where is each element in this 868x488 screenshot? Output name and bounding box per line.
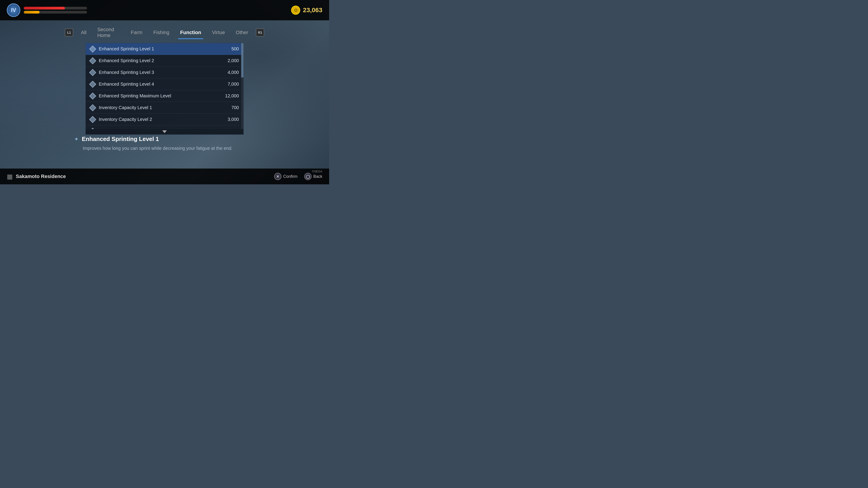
list-item-left: Inventory Capacity Level 2	[90, 117, 152, 122]
item-name: Enhanced Sprinting Level 3	[99, 70, 154, 75]
tab-farm[interactable]: Farm	[125, 28, 148, 37]
health-bars	[24, 7, 87, 13]
level-text: IV	[11, 7, 16, 13]
item-icon	[89, 128, 96, 129]
item-name: Enhanced Sprinting Maximum Level	[99, 93, 171, 98]
scroll-indicator-down	[86, 129, 243, 134]
main-panel: Enhanced Sprinting Level 1 500 Enhanced …	[86, 43, 244, 135]
confirm-label: Confirm	[283, 174, 298, 179]
tab-virtue-label: Virtue	[212, 30, 225, 35]
hp-bar	[24, 7, 65, 9]
item-name: Enhanced Sprinting Level 1	[99, 46, 154, 52]
bottom-bar: ▦ Sakamoto Residence ✕ Confirm ◯ Back ©S…	[0, 168, 329, 184]
list-item[interactable]: Enhanced Sprinting Maximum Level 12,000	[86, 90, 243, 102]
tab-second-home-label: Second Home	[97, 27, 114, 38]
sp-bar-container	[24, 11, 87, 13]
location-name: Sakamoto Residence	[16, 173, 66, 180]
confirm-button-icon: ✕	[274, 173, 281, 180]
list-item-left: Enhanced Sprinting Level 1	[90, 46, 154, 52]
tab-right-button[interactable]: R1	[256, 29, 264, 37]
sega-watermark: ©SEGA	[312, 170, 322, 173]
list-item-left: Inventory Capacity Level 3	[90, 129, 152, 129]
description-panel: ✦ Enhanced Sprinting Level 1 Improves ho…	[74, 135, 255, 152]
list-scroll-container[interactable]: Enhanced Sprinting Level 1 500 Enhanced …	[86, 43, 243, 129]
item-icon	[89, 116, 96, 123]
item-cost: 2,000	[221, 58, 239, 63]
item-icon	[89, 69, 96, 76]
list-item[interactable]: Inventory Capacity Level 3 5,000	[86, 125, 243, 129]
item-name: Inventory Capacity Level 1	[99, 105, 152, 110]
item-cost: 4,000	[221, 70, 239, 75]
scrollbar-track[interactable]	[241, 43, 243, 129]
right-btn-label: R1	[258, 31, 262, 34]
list-item-left: Enhanced Sprinting Maximum Level	[90, 93, 171, 98]
list-item-left: Enhanced Sprinting Level 3	[90, 70, 154, 75]
left-btn-label: L1	[67, 31, 71, 34]
ability-icon: ✦	[74, 136, 79, 142]
list-item-left: Inventory Capacity Level 1	[90, 105, 152, 110]
nav-tabs: L1 All Second Home Farm Fishing Function…	[63, 25, 267, 40]
tab-farm-label: Farm	[131, 30, 143, 35]
tab-fishing-label: Fishing	[153, 30, 169, 35]
desc-title-text: Enhanced Sprinting Level 1	[82, 135, 159, 142]
player-info: IV	[7, 3, 87, 17]
location-info: ▦ Sakamoto Residence	[7, 173, 66, 180]
desc-title: ✦ Enhanced Sprinting Level 1	[74, 135, 255, 142]
tab-function[interactable]: Function	[175, 28, 207, 37]
item-name: Enhanced Sprinting Level 2	[99, 58, 154, 63]
sp-bar	[24, 11, 39, 13]
item-icon	[89, 57, 96, 64]
tab-left-button[interactable]: L1	[65, 29, 73, 37]
tab-other-label: Other	[236, 30, 248, 35]
item-cost: 700	[221, 105, 239, 110]
currency-display: ⊙ 23,063	[291, 6, 322, 15]
list-item[interactable]: Inventory Capacity Level 2 3,000	[86, 113, 243, 125]
item-icon	[89, 80, 96, 88]
back-button-icon: ◯	[304, 173, 311, 180]
item-name: Inventory Capacity Level 2	[99, 117, 152, 122]
currency-value: 23,063	[303, 6, 322, 14]
desc-body-text: Improves how long you can sprint while d…	[74, 145, 255, 152]
tab-virtue[interactable]: Virtue	[207, 28, 230, 37]
item-icon	[89, 92, 96, 99]
item-name: Inventory Capacity Level 3	[99, 129, 152, 129]
list-item[interactable]: Inventory Capacity Level 1 700	[86, 102, 243, 113]
top-bar: IV ⊙ 23,063	[0, 0, 329, 20]
coin-icon: ⊙	[291, 6, 300, 15]
tab-function-label: Function	[180, 30, 201, 35]
item-cost: 12,000	[221, 93, 239, 98]
scroll-arrow-down-icon	[162, 130, 167, 133]
back-label: Back	[313, 174, 322, 179]
confirm-control[interactable]: ✕ Confirm	[274, 173, 298, 180]
tab-fishing[interactable]: Fishing	[148, 28, 175, 37]
list-item[interactable]: Enhanced Sprinting Level 1 500	[86, 43, 243, 55]
list-item[interactable]: Enhanced Sprinting Level 4 7,000	[86, 78, 243, 90]
controls: ✕ Confirm ◯ Back	[274, 173, 322, 180]
tab-other[interactable]: Other	[230, 28, 254, 37]
hp-bar-container	[24, 7, 87, 9]
list-item[interactable]: Enhanced Sprinting Level 3 4,000	[86, 67, 243, 78]
item-cost: 7,000	[221, 82, 239, 87]
item-name: Enhanced Sprinting Level 4	[99, 82, 154, 87]
list-item[interactable]: Enhanced Sprinting Level 2 2,000	[86, 55, 243, 67]
level-badge: IV	[7, 3, 20, 17]
item-cost: 500	[221, 46, 239, 52]
tab-second-home[interactable]: Second Home	[92, 25, 125, 40]
item-icon	[89, 104, 96, 111]
scrollbar-thumb[interactable]	[241, 43, 243, 77]
list-item-left: Enhanced Sprinting Level 4	[90, 82, 154, 87]
tab-all-label: All	[81, 30, 86, 35]
item-cost: 5,000	[221, 129, 239, 129]
item-cost: 3,000	[221, 117, 239, 122]
list-item-left: Enhanced Sprinting Level 2	[90, 58, 154, 63]
back-control[interactable]: ◯ Back	[304, 173, 322, 180]
item-icon	[89, 45, 96, 53]
tab-all[interactable]: All	[75, 28, 92, 37]
building-icon: ▦	[7, 173, 13, 180]
